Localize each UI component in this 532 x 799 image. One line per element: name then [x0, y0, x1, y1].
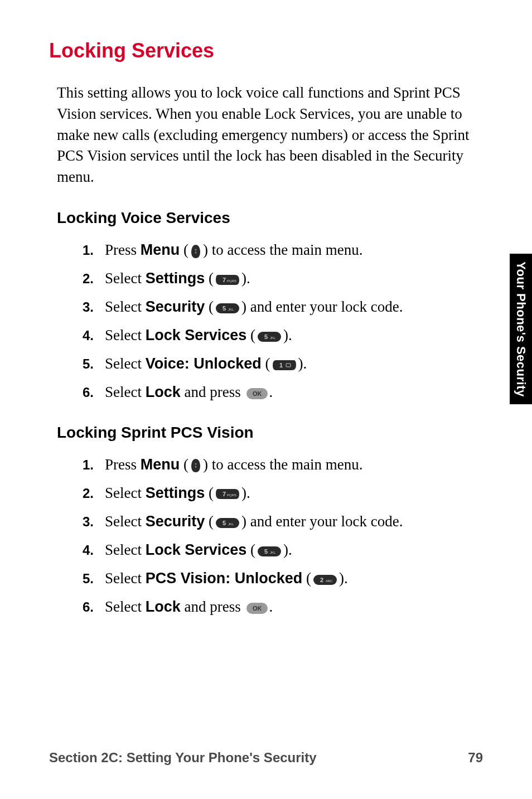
step-number: 3.	[83, 513, 105, 530]
step-number: 4.	[83, 541, 105, 559]
step-text: Select Lock and press .	[105, 597, 273, 617]
footer-section: Section 2C: Setting Your Phone's Securit…	[49, 750, 317, 766]
key-7-pqrs	[215, 273, 240, 287]
step-number: 3.	[83, 298, 105, 316]
step-text: Press Menu () to access the main menu.	[105, 240, 362, 260]
list-item: 3.Select Security () and enter your lock…	[83, 297, 483, 317]
key-1	[272, 358, 297, 372]
key-5-jkl	[257, 330, 282, 344]
step-number: 5.	[83, 355, 105, 372]
step-text: Select Lock and press .	[105, 382, 273, 402]
list-item: 1.Press Menu () to access the main menu.	[83, 455, 483, 474]
step-number: 2.	[83, 270, 105, 287]
page-title: Locking Services	[49, 39, 483, 62]
side-tab: Your Phone's Security	[510, 254, 532, 404]
step-text: Select Voice: Unlocked ().	[105, 354, 307, 374]
intro-paragraph: This setting allows you to lock voice ca…	[57, 83, 483, 188]
step-number: 1.	[83, 456, 105, 473]
list-item: 4.Select Lock Services ().	[83, 540, 483, 560]
step-text: Select Settings ().	[105, 269, 250, 288]
step-text: Select PCS Vision: Unlocked ().	[105, 569, 348, 588]
list-item: 2.Select Settings ().	[83, 483, 483, 503]
steps-voice: 1.Press Menu () to access the main menu.…	[83, 240, 483, 403]
key-5-jkl	[215, 516, 240, 530]
key-7-pqrs	[215, 487, 240, 501]
steps-vision: 1.Press Menu () to access the main menu.…	[83, 455, 483, 617]
step-text: Select Lock Services ().	[105, 326, 292, 345]
list-item: 1.Press Menu () to access the main menu.	[83, 240, 483, 260]
list-item: 4.Select Lock Services ().	[83, 326, 483, 345]
ok-key	[246, 387, 268, 400]
page-footer: Section 2C: Setting Your Phone's Securit…	[49, 750, 483, 766]
key-5-jkl	[257, 544, 282, 559]
list-item: 5.Select PCS Vision: Unlocked ().	[83, 569, 483, 588]
step-text: Press Menu () to access the main menu.	[105, 455, 362, 474]
step-number: 4.	[83, 327, 105, 344]
step-text: Select Settings ().	[105, 483, 250, 503]
step-number: 2.	[83, 485, 105, 502]
step-text: Select Security () and enter your lock c…	[105, 297, 403, 317]
ok-key	[246, 602, 268, 615]
step-number: 1.	[83, 241, 105, 259]
step-text: Select Security () and enter your lock c…	[105, 512, 403, 531]
list-item: 5.Select Voice: Unlocked ().	[83, 354, 483, 374]
step-number: 5.	[83, 570, 105, 587]
footer-page-number: 79	[468, 750, 483, 766]
list-item: 6.Select Lock and press .	[83, 382, 483, 402]
key-5-jkl	[215, 301, 240, 316]
list-item: 3.Select Security () and enter your lock…	[83, 512, 483, 531]
nav-key-icon	[190, 244, 202, 259]
step-number: 6.	[83, 384, 105, 401]
heading-voice: Locking Voice Services	[57, 209, 483, 227]
nav-key-icon	[190, 458, 202, 473]
step-text: Select Lock Services ().	[105, 540, 292, 560]
step-number: 6.	[83, 598, 105, 616]
list-item: 6.Select Lock and press .	[83, 597, 483, 617]
list-item: 2.Select Settings ().	[83, 269, 483, 288]
heading-vision: Locking Sprint PCS Vision	[57, 424, 483, 442]
key-2-abc	[312, 573, 338, 587]
